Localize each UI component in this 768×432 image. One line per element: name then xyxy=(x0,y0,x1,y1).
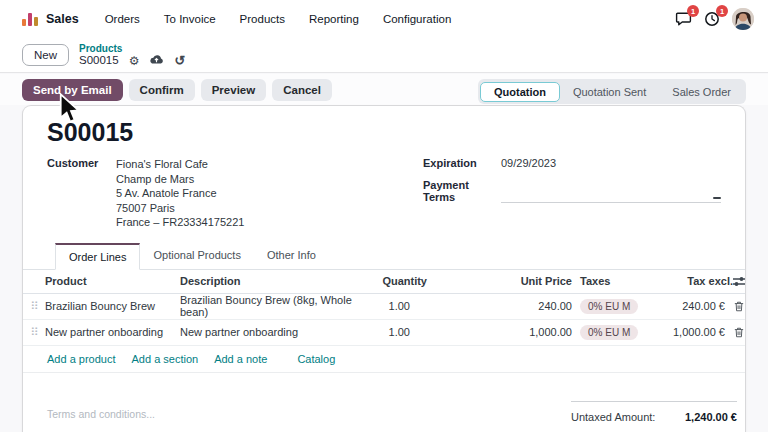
list-footer-links: Add a product Add a section Add a note C… xyxy=(23,346,745,373)
status-sales-order[interactable]: Sales Order xyxy=(659,83,744,101)
col-quantity[interactable]: Quantity xyxy=(370,275,427,287)
table-row[interactable]: ⠿ Brazilian Bouncy Brew Brazilian Bouncy… xyxy=(23,294,745,320)
order-lines-header: Product Description Quantity Unit Price … xyxy=(23,270,745,294)
statusbar: Quotation Quotation Sent Sales Order xyxy=(478,79,746,104)
add-a-section-link[interactable]: Add a section xyxy=(132,353,199,365)
trash-icon[interactable] xyxy=(733,301,745,312)
untaxed-amount-value: 1,240.00 € xyxy=(685,410,737,425)
drag-handle-icon[interactable]: ⠿ xyxy=(23,326,45,339)
add-a-product-link[interactable]: Add a product xyxy=(47,353,116,365)
messages-badge: 1 xyxy=(687,5,699,17)
col-unit-price[interactable]: Unit Price xyxy=(427,275,572,287)
cell-product[interactable]: New partner onboarding xyxy=(45,326,180,338)
top-nav: Sales Orders To Invoice Products Reporti… xyxy=(0,0,768,38)
customer-label: Customer xyxy=(47,157,116,230)
tax-tag[interactable]: 0% EU M xyxy=(580,299,638,314)
catalog-link[interactable]: Catalog xyxy=(297,353,335,365)
col-description[interactable]: Description xyxy=(180,275,370,287)
sales-app-logo-icon[interactable] xyxy=(22,12,38,26)
nav-to-invoice[interactable]: To Invoice xyxy=(164,13,216,25)
customer-address-line: Champ de Mars xyxy=(116,172,244,187)
cell-product[interactable]: Brazilian Bouncy Brew xyxy=(45,300,180,312)
breadcrumb: Products S00015 ⚙ ↺ xyxy=(79,43,185,68)
customer-address-line: France – FR23334175221 xyxy=(116,215,244,230)
cell-quantity[interactable]: 1.00 xyxy=(370,300,427,312)
odoo-sales-app: Sales Orders To Invoice Products Reporti… xyxy=(0,0,768,432)
breadcrumb-current: S00015 xyxy=(79,54,119,67)
confirm-button[interactable]: Confirm xyxy=(129,79,195,101)
cell-subtotal: 1,000.00 € xyxy=(642,326,733,338)
trash-icon[interactable] xyxy=(733,327,745,338)
activities-badge: 1 xyxy=(716,5,728,17)
nav-orders[interactable]: Orders xyxy=(105,13,140,25)
breadcrumb-parent-link[interactable]: Products xyxy=(79,43,185,55)
totals-block: Untaxed Amount: 1,240.00 € TVA 0%: 0.00 … xyxy=(571,401,737,432)
customer-address-line: 5 Av. Anatole France xyxy=(116,186,244,201)
preview-button[interactable]: Preview xyxy=(201,79,266,101)
add-a-note-link[interactable]: Add a note xyxy=(214,353,267,365)
app-name[interactable]: Sales xyxy=(46,12,79,26)
quotation-form: S00015 Customer Fiona's Floral Cafe Cham… xyxy=(22,105,746,432)
nav-reporting[interactable]: Reporting xyxy=(309,13,359,25)
terms-and-conditions-field[interactable]: Terms and conditions... xyxy=(47,401,155,420)
tab-other-info[interactable]: Other Info xyxy=(254,243,329,269)
cancel-button[interactable]: Cancel xyxy=(272,79,332,101)
cell-quantity[interactable]: 1.00 xyxy=(370,326,427,338)
nav-configuration[interactable]: Configuration xyxy=(383,13,451,25)
nav-products[interactable]: Products xyxy=(240,13,285,25)
customer-name-field[interactable]: Fiona's Floral Cafe xyxy=(116,157,244,172)
messages-icon[interactable]: 1 xyxy=(674,10,692,28)
col-subtotal[interactable]: Tax excl. xyxy=(642,275,733,287)
status-quotation-sent[interactable]: Quotation Sent xyxy=(560,83,659,101)
col-product[interactable]: Product xyxy=(45,275,180,287)
untaxed-amount-label: Untaxed Amount: xyxy=(571,410,655,425)
new-button[interactable]: New xyxy=(22,44,69,66)
send-by-email-button[interactable]: Send by Email xyxy=(22,79,123,101)
user-avatar[interactable] xyxy=(732,8,754,30)
breadcrumb-bar: New Products S00015 ⚙ ↺ xyxy=(0,38,768,73)
field-dash-icon xyxy=(713,197,721,199)
expiration-field[interactable]: 09/29/2023 xyxy=(501,157,556,169)
page-title: S00015 xyxy=(47,118,745,147)
drag-handle-icon[interactable]: ⠿ xyxy=(23,300,45,313)
col-taxes[interactable]: Taxes xyxy=(572,275,642,287)
gear-icon[interactable]: ⚙ xyxy=(129,55,140,67)
sliders-icon[interactable] xyxy=(733,276,745,287)
tab-optional-products[interactable]: Optional Products xyxy=(140,243,253,269)
tax-tag[interactable]: 0% EU M xyxy=(580,325,638,340)
payment-terms-label: Payment Terms xyxy=(423,179,501,203)
payment-terms-field[interactable] xyxy=(501,189,721,203)
cell-unit-price[interactable]: 240.00 xyxy=(427,300,572,312)
notebook-tabs: Order Lines Optional Products Other Info xyxy=(23,243,745,270)
cell-unit-price[interactable]: 1,000.00 xyxy=(427,326,572,338)
cloud-upload-icon[interactable] xyxy=(149,54,164,67)
tab-order-lines[interactable]: Order Lines xyxy=(55,243,140,270)
cell-description[interactable]: New partner onboarding xyxy=(180,326,370,338)
activities-icon[interactable]: 1 xyxy=(703,10,721,28)
cell-description[interactable]: Brazilian Bouncy Brew (8kg, Whole bean) xyxy=(180,294,370,318)
customer-address-line: 75007 Paris xyxy=(116,201,244,216)
undo-icon[interactable]: ↺ xyxy=(174,54,185,67)
table-row[interactable]: ⠿ New partner onboarding New partner onb… xyxy=(23,320,745,346)
status-quotation[interactable]: Quotation xyxy=(480,82,560,102)
cell-subtotal: 240.00 € xyxy=(642,300,733,312)
expiration-label: Expiration xyxy=(423,157,501,169)
